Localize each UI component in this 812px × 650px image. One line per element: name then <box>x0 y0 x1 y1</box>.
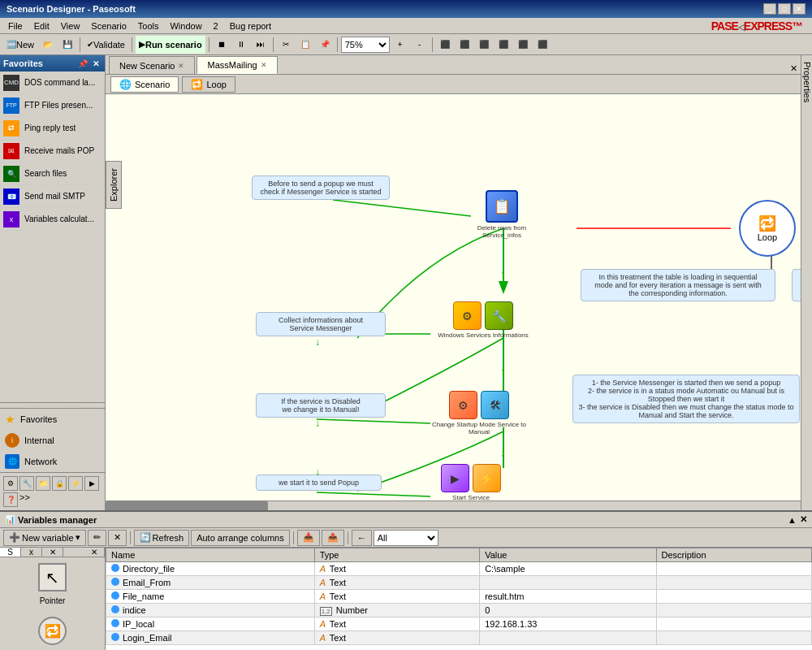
table-row[interactable]: File_nameA Textresult.htm <box>106 590 812 604</box>
zoom-out-button[interactable]: - <box>411 36 429 54</box>
open-button[interactable]: 📂 <box>39 36 57 54</box>
tool-1[interactable]: ⚙ <box>3 476 18 491</box>
hscroll-thumb[interactable] <box>106 501 268 510</box>
auto-arrange-btn[interactable]: Auto arrange columns <box>191 530 290 546</box>
node-windows-services[interactable]: ⚙ 🔧 Windows Services Informations <box>430 301 536 339</box>
cut-button[interactable]: ✂ <box>277 36 295 54</box>
table-row[interactable]: Email_FromA Text <box>106 576 812 590</box>
new-button[interactable]: 🆕 New <box>3 36 37 54</box>
menu-view[interactable]: View <box>56 20 85 32</box>
favorites-close-btn[interactable]: ✕ <box>90 58 102 69</box>
node-loop[interactable]: 🔁 Loop <box>739 200 796 257</box>
connector-panel-close[interactable]: ✕ <box>84 548 105 557</box>
vars-maximize-btn[interactable]: ▲ <box>788 515 797 525</box>
edit-variable-btn[interactable]: ✏ <box>88 530 106 546</box>
table-row[interactable]: IP_localA Text192.168.1.33 <box>106 618 812 631</box>
zoom-in-button[interactable]: + <box>391 36 409 54</box>
minimize-btn[interactable]: _ <box>763 3 776 15</box>
connector-tab-x[interactable]: x <box>21 548 42 557</box>
export-btn[interactable]: 📤 <box>322 530 344 546</box>
toolbar-extra-3[interactable]: ⬛ <box>475 36 493 54</box>
section-internal[interactable]: i Internal <box>0 430 105 451</box>
menu-window[interactable]: Window <box>165 20 206 32</box>
fav-item-dos[interactable]: CMD DOS command la... <box>0 72 105 94</box>
node-start-service[interactable]: ▶ ⚡ Start Service <box>430 464 512 500</box>
save-button[interactable]: 💾 <box>58 36 76 54</box>
node-change-startup[interactable]: ⚙ 🛠 Change Startup Mode Service to Manua… <box>426 391 532 436</box>
tool-6[interactable]: ▶ <box>84 476 99 491</box>
paste-button[interactable]: 📌 <box>316 36 334 54</box>
section-network[interactable]: 🌐 Network <box>0 451 105 472</box>
node-service-status[interactable]: 1- the Service Messenger is started then… <box>572 375 800 423</box>
fav-divider[interactable]: · · · · · · · · · · · · · · · · <box>0 402 105 409</box>
conn-pointer[interactable]: ↖ Pointer <box>3 561 102 608</box>
section-favorites[interactable]: ★ Favorites <box>0 409 105 430</box>
connector-tab-close[interactable]: ✕ <box>42 548 63 557</box>
refresh-btn[interactable]: 🔄 Refresh <box>134 530 190 546</box>
run-button[interactable]: ▶ Run scenario <box>136 36 205 54</box>
tool-5[interactable]: ⚡ <box>68 476 83 491</box>
node-check-messenger[interactable]: Before to send a popup we mustcheck if M… <box>252 176 390 200</box>
properties-panel[interactable]: Properties <box>801 55 812 510</box>
tool-more[interactable]: >> <box>19 492 30 507</box>
tab-mass-mailing[interactable]: MassMailing ✕ <box>197 56 277 74</box>
toolbar-extra-1[interactable]: ⬛ <box>436 36 454 54</box>
import-btn[interactable]: 📥 <box>297 530 320 546</box>
menu-file[interactable]: File <box>3 20 28 32</box>
fav-item-variables[interactable]: x Variables calculat... <box>0 208 105 231</box>
col-header-value[interactable]: Value <box>480 548 656 562</box>
tab-new-scenario[interactable]: New Scenario ✕ <box>109 56 195 74</box>
menu-edit[interactable]: Edit <box>29 20 54 32</box>
node-sequential[interactable]: In this treatment the table is loading i… <box>581 269 775 301</box>
canvas[interactable]: Before to send a popup we mustcheck if M… <box>106 94 801 500</box>
menu-tools[interactable]: Tools <box>133 20 164 32</box>
close-btn[interactable]: ✕ <box>793 3 806 15</box>
zoom-dropdown[interactable]: 75% 100% 50% <box>341 37 390 53</box>
conn-loop[interactable]: 🔁 Loop <box>3 614 102 650</box>
col-header-name[interactable]: Name <box>106 548 315 562</box>
tab-mass-mailing-close[interactable]: ✕ <box>261 61 267 69</box>
filter-dropdown[interactable]: All <box>374 530 438 546</box>
stop-button[interactable]: ⏹ <box>213 36 231 54</box>
canvas-tab-loop[interactable]: 🔁 Loop <box>182 76 235 93</box>
loop-icon[interactable]: 🔁 <box>38 617 67 645</box>
pointer-icon[interactable]: ↖ <box>38 563 67 592</box>
tool-3[interactable]: 📁 <box>36 476 50 491</box>
pause-button[interactable]: ⏸ <box>232 36 250 54</box>
menu-bug-report[interactable]: Bug report <box>225 20 276 32</box>
connector-tab-s[interactable]: S <box>0 548 21 557</box>
col-header-type[interactable]: Type <box>314 548 480 562</box>
favorites-pin-btn[interactable]: 📌 <box>77 58 89 69</box>
arrow-left-btn[interactable]: ← <box>352 530 372 546</box>
node-if-disabled[interactable]: If the service is Disabledwe change it t… <box>256 393 386 418</box>
fav-item-ping[interactable]: 🔁 Ping reply test <box>0 117 105 140</box>
table-row[interactable]: Directory_fileA TextC:\sample <box>106 562 812 576</box>
canvas-tab-scenario[interactable]: 🌐 Scenario <box>110 76 179 93</box>
table-row[interactable]: Login_EmailA Text <box>106 631 812 645</box>
new-variable-btn[interactable]: ➕ New variable ▾ <box>3 530 86 546</box>
tool-7[interactable]: ❓ <box>3 492 18 507</box>
tab-new-scenario-close[interactable]: ✕ <box>178 62 184 70</box>
table-row[interactable]: indice1,2 Number0 <box>106 604 812 618</box>
toolbar-extra-2[interactable]: ⬛ <box>456 36 473 54</box>
node-collect-info[interactable]: Collect informations aboutService Messen… <box>256 312 386 336</box>
fav-item-sendmail[interactable]: 📧 Send mail SMTP <box>0 185 105 208</box>
toolbar-extra-4[interactable]: ⬛ <box>495 36 512 54</box>
vars-close-btn[interactable]: ✕ <box>800 514 807 525</box>
explorer-tab[interactable]: Explorer <box>106 161 122 209</box>
canvas-hscroll[interactable] <box>106 500 801 510</box>
col-header-description[interactable]: Description <box>656 548 811 562</box>
node-delete-rows[interactable]: 📋 Delete rows fromService_infos <box>469 190 534 239</box>
step-button[interactable]: ⏭ <box>252 36 270 54</box>
menu-2[interactable]: 2 <box>209 20 223 32</box>
restore-btn[interactable]: □ <box>778 3 791 15</box>
tool-4[interactable]: 🔒 <box>52 476 67 491</box>
vars-table[interactable]: Name Type Value Description Directory_fi… <box>106 548 812 650</box>
tabs-close-btn[interactable]: ✕ <box>790 63 801 74</box>
fav-item-receive[interactable]: ✉ Receive mails POP <box>0 140 105 162</box>
delete-variable-btn[interactable]: ✕ <box>108 530 127 546</box>
fav-item-ftp[interactable]: FTP FTP Files presen... <box>0 94 105 117</box>
node-stop-loop[interactable]: To stop the loop yo...to define the last… <box>792 269 801 301</box>
validate-button[interactable]: ✔ Validate <box>84 36 128 54</box>
toolbar-extra-6[interactable]: ⬛ <box>533 36 551 54</box>
